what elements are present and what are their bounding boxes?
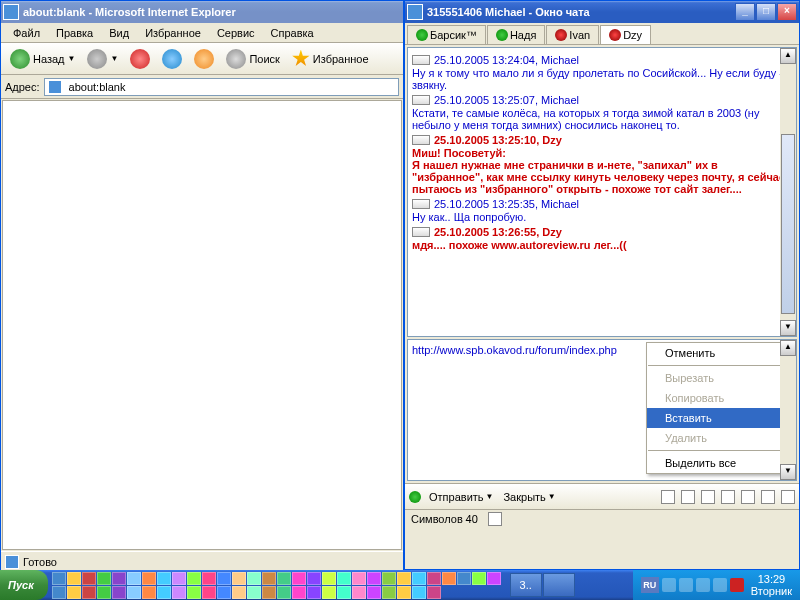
font-icon[interactable] [681, 490, 695, 504]
quicklaunch-icon[interactable] [487, 572, 501, 585]
quicklaunch-icon[interactable] [172, 586, 186, 599]
quicklaunch-icon[interactable] [127, 586, 141, 599]
scroll-down-icon[interactable]: ▼ [780, 464, 796, 480]
tray-icon[interactable] [696, 578, 710, 592]
history-icon[interactable] [761, 490, 775, 504]
quicklaunch-icon[interactable] [127, 572, 141, 585]
forward-button[interactable]: ▼ [82, 46, 123, 72]
quicklaunch-icon[interactable] [307, 572, 321, 585]
quicklaunch-icon[interactable] [202, 586, 216, 599]
quicklaunch-icon[interactable] [217, 586, 231, 599]
quicklaunch-icon[interactable] [292, 572, 306, 585]
close-chat-button[interactable]: Закрыть▼ [501, 489, 557, 505]
language-indicator[interactable]: RU [641, 577, 659, 593]
quicklaunch-icon[interactable] [337, 586, 351, 599]
scroll-up-icon[interactable]: ▲ [780, 48, 796, 64]
scrollbar[interactable]: ▲ ▼ [780, 48, 796, 336]
quicklaunch-icon[interactable] [67, 586, 81, 599]
back-button[interactable]: Назад▼ [5, 46, 80, 72]
wrench-icon[interactable] [721, 490, 735, 504]
quicklaunch-icon[interactable] [142, 586, 156, 599]
quicklaunch-icon[interactable] [157, 572, 171, 585]
quicklaunch-icon[interactable] [307, 586, 321, 599]
scroll-thumb[interactable] [781, 134, 795, 314]
quicklaunch-icon[interactable] [52, 572, 66, 585]
tab-ivan[interactable]: Ivan [546, 25, 599, 44]
quicklaunch-icon[interactable] [382, 572, 396, 585]
quicklaunch-icon[interactable] [337, 572, 351, 585]
chat-history[interactable]: 25.10.2005 13:24:04, MichaelНу я к тому … [407, 47, 797, 337]
quicklaunch-icon[interactable] [247, 572, 261, 585]
quicklaunch-icon[interactable] [82, 572, 96, 585]
quicklaunch-icon[interactable] [427, 572, 441, 585]
quicklaunch-icon[interactable] [412, 586, 426, 599]
quicklaunch-icon[interactable] [52, 586, 66, 599]
quicklaunch-icon[interactable] [187, 586, 201, 599]
quicklaunch-icon[interactable] [352, 586, 366, 599]
quicklaunch-icon[interactable] [157, 586, 171, 599]
ctx-copy[interactable]: Копировать [647, 388, 785, 408]
favorites-button[interactable]: Избранное [287, 47, 374, 71]
clock[interactable]: 13:29 Вторник [751, 573, 792, 597]
ati-icon[interactable] [730, 578, 744, 592]
task-button[interactable] [543, 573, 575, 597]
quicklaunch-icon[interactable] [262, 572, 276, 585]
arrow-down-icon[interactable] [741, 490, 755, 504]
tray-icon[interactable] [662, 578, 676, 592]
quicklaunch-icon[interactable] [217, 572, 231, 585]
menu-tools[interactable]: Сервис [209, 25, 263, 41]
scrollbar[interactable]: ▲ ▼ [780, 340, 796, 480]
stop-button[interactable] [125, 46, 155, 72]
quicklaunch-icon[interactable] [82, 586, 96, 599]
task-button[interactable]: 3.. [510, 573, 542, 597]
quicklaunch-icon[interactable] [397, 572, 411, 585]
menu-view[interactable]: Вид [101, 25, 137, 41]
sound-icon[interactable] [781, 490, 795, 504]
start-button[interactable]: Пуск [0, 570, 48, 600]
menu-file[interactable]: Файл [5, 25, 48, 41]
tray-icon[interactable] [679, 578, 693, 592]
tab-dzy[interactable]: Dzy [600, 25, 651, 44]
ctx-selectall[interactable]: Выделить все [647, 453, 785, 473]
quicklaunch-icon[interactable] [457, 572, 471, 585]
ctx-cut[interactable]: Вырезать [647, 368, 785, 388]
close-button[interactable]: × [777, 3, 797, 21]
scroll-down-icon[interactable]: ▼ [780, 320, 796, 336]
menu-favorites[interactable]: Избранное [137, 25, 209, 41]
scroll-up-icon[interactable]: ▲ [780, 340, 796, 356]
color-icon[interactable] [701, 490, 715, 504]
quicklaunch-icon[interactable] [367, 572, 381, 585]
quicklaunch-icon[interactable] [442, 572, 456, 585]
ctx-delete[interactable]: Удалить [647, 428, 785, 448]
quicklaunch-icon[interactable] [232, 586, 246, 599]
refresh-button[interactable] [157, 46, 187, 72]
quicklaunch-icon[interactable] [232, 572, 246, 585]
tool-icon[interactable] [661, 490, 675, 504]
tab-nadya[interactable]: Надя [487, 25, 545, 44]
menu-edit[interactable]: Правка [48, 25, 101, 41]
search-button[interactable]: Поиск [221, 46, 284, 72]
send-button[interactable]: Отправить▼ [427, 489, 495, 505]
tab-barsik[interactable]: Барсик™ [407, 25, 486, 44]
quicklaunch-icon[interactable] [142, 572, 156, 585]
quicklaunch-icon[interactable] [292, 586, 306, 599]
chat-input[interactable]: http://www.spb.okavod.ru/forum/index.php… [407, 339, 797, 481]
quicklaunch-icon[interactable] [352, 572, 366, 585]
quicklaunch-icon[interactable] [112, 572, 126, 585]
quicklaunch-icon[interactable] [412, 572, 426, 585]
quicklaunch-icon[interactable] [322, 572, 336, 585]
quicklaunch-icon[interactable] [277, 586, 291, 599]
quicklaunch-icon[interactable] [67, 572, 81, 585]
home-button[interactable] [189, 46, 219, 72]
quicklaunch-icon[interactable] [247, 586, 261, 599]
address-input[interactable]: about:blank [44, 78, 399, 96]
quicklaunch-icon[interactable] [112, 586, 126, 599]
quicklaunch-icon[interactable] [382, 586, 396, 599]
ie-titlebar[interactable]: about:blank - Microsoft Internet Explore… [1, 1, 403, 23]
ctx-paste[interactable]: Вставить [647, 408, 785, 428]
quicklaunch-icon[interactable] [172, 572, 186, 585]
quicklaunch-icon[interactable] [472, 572, 486, 585]
quicklaunch-icon[interactable] [202, 572, 216, 585]
quicklaunch-icon[interactable] [367, 586, 381, 599]
flower-icon[interactable] [409, 491, 421, 503]
